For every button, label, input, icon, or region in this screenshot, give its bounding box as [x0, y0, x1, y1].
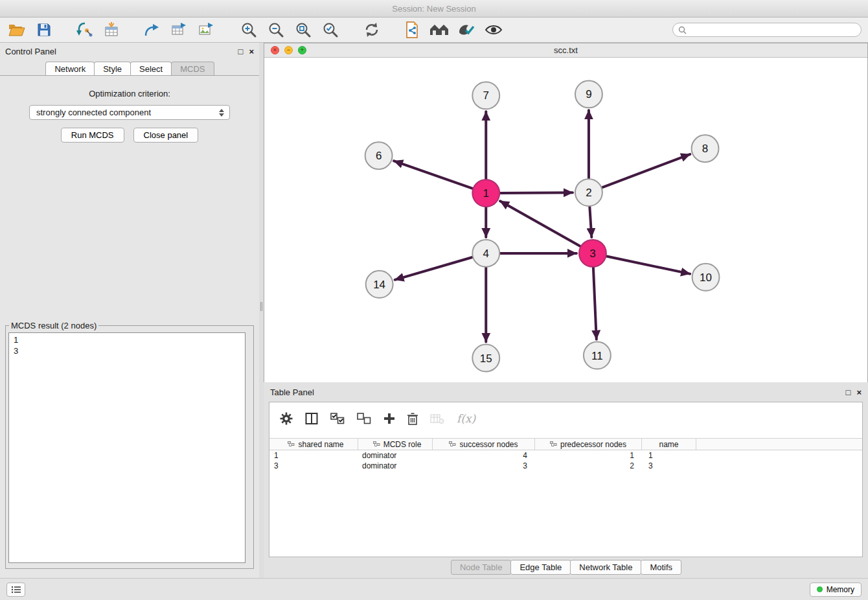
network-graph[interactable]: 7968124310141511 — [264, 58, 867, 382]
edge-3-11[interactable] — [593, 268, 597, 340]
node-10[interactable]: 10 — [692, 264, 720, 291]
traffic-minimize-button[interactable]: − — [284, 46, 293, 54]
network-overview-button[interactable] — [428, 20, 451, 40]
table-options-button[interactable] — [280, 412, 293, 425]
float-panel-icon[interactable]: □ — [238, 47, 244, 56]
edge-4-14[interactable] — [395, 257, 473, 280]
apply-style-button[interactable] — [455, 20, 478, 40]
unselect-all-columns-button[interactable] — [357, 413, 371, 424]
export-image-button[interactable] — [194, 20, 218, 40]
export-table-button[interactable] — [167, 20, 190, 40]
refresh-layout-button[interactable] — [360, 20, 383, 40]
close-table-panel-icon[interactable]: × — [856, 388, 862, 397]
table-header-row: shared name MCDS role — [269, 438, 862, 450]
edge-1-6[interactable] — [394, 161, 472, 188]
tab-network[interactable]: Network — [45, 62, 95, 75]
node-15[interactable]: 15 — [472, 345, 499, 372]
zoom-in-button[interactable] — [237, 20, 260, 40]
traffic-close-button[interactable]: × — [271, 46, 279, 54]
table-panel-title: Table Panel — [270, 387, 314, 397]
column-header-mcds-role[interactable]: MCDS role — [358, 439, 433, 450]
column-header-predecessor-nodes[interactable]: predecessor nodes — [535, 439, 642, 450]
dropdown-stepper-icon — [217, 109, 226, 117]
delete-columns-button[interactable] — [407, 413, 418, 425]
tab-select[interactable]: Select — [130, 62, 172, 75]
column-header-successor-nodes[interactable]: successor nodes — [433, 439, 535, 450]
node-2[interactable]: 2 — [575, 179, 602, 206]
float-table-panel-icon[interactable]: □ — [846, 388, 851, 397]
optimization-criterion-label: Optimization criterion: — [0, 89, 259, 98]
select-all-columns-button[interactable] — [330, 413, 345, 424]
cell-predecessor-nodes[interactable]: 2 — [535, 461, 642, 470]
zoom-out-button[interactable] — [264, 20, 288, 40]
tab-style[interactable]: Style — [94, 62, 131, 75]
node-11[interactable]: 11 — [584, 342, 611, 369]
column-label: shared name — [298, 440, 343, 449]
import-network-button[interactable] — [73, 20, 96, 40]
cell-mcds-role[interactable]: dominator — [358, 451, 433, 460]
zoom-selected-button[interactable] — [319, 20, 342, 40]
node-9[interactable]: 9 — [575, 80, 602, 108]
export-image-icon — [198, 23, 214, 37]
cell-predecessor-nodes[interactable]: 1 — [535, 451, 642, 460]
create-column-button[interactable] — [383, 413, 395, 424]
tab-edge-table[interactable]: Edge Table — [510, 560, 571, 575]
cell-shared-name[interactable]: 3 — [269, 461, 358, 470]
edge-2-8[interactable] — [602, 154, 690, 187]
tab-network-table[interactable]: Network Table — [570, 560, 641, 575]
trash-icon — [407, 413, 418, 425]
import-table-button[interactable] — [100, 20, 123, 40]
memory-button[interactable]: Memory — [810, 583, 862, 597]
column-header-shared-name[interactable]: shared name — [269, 439, 358, 450]
control-panel: Control Panel □ × Network Style Select M… — [0, 43, 259, 578]
close-panel-icon[interactable]: × — [249, 47, 254, 56]
node-14[interactable]: 14 — [366, 271, 393, 298]
zoom-fit-button[interactable] — [291, 20, 315, 40]
function-builder-button: f(x) — [457, 412, 475, 425]
edge-3-10[interactable] — [606, 256, 690, 273]
node-6[interactable]: 6 — [365, 142, 393, 169]
tab-mcds[interactable]: MCDS — [171, 62, 214, 75]
optimization-criterion-dropdown[interactable]: strongly connected component — [29, 105, 230, 120]
edge-2-3[interactable] — [589, 207, 591, 237]
panel-divider[interactable] — [259, 43, 264, 578]
export-document-button[interactable] — [400, 20, 424, 40]
column-header-name[interactable]: name — [642, 439, 696, 450]
mcds-result-group: MCDS result (2 nodes) 1 3 — [5, 321, 254, 569]
window-titlebar: Session: New Session — [0, 0, 868, 17]
close-panel-button[interactable]: Close panel — [133, 128, 199, 143]
search-input[interactable] — [690, 25, 856, 34]
tab-node-table[interactable]: Node Table — [451, 560, 512, 575]
save-session-button[interactable] — [32, 20, 56, 40]
cell-name[interactable]: 3 — [642, 461, 696, 470]
cell-successor-nodes[interactable]: 3 — [433, 461, 535, 470]
cell-mcds-role[interactable]: dominator — [358, 461, 433, 470]
cell-shared-name[interactable]: 1 — [269, 451, 358, 460]
cell-name[interactable]: 1 — [642, 451, 696, 460]
table-row[interactable]: 3 dominator 3 2 3 — [269, 461, 862, 471]
node-7[interactable]: 7 — [472, 82, 499, 109]
window-title: Session: New Session — [392, 4, 475, 14]
open-folder-icon — [8, 23, 25, 37]
search-field[interactable] — [672, 23, 862, 37]
open-session-button[interactable] — [5, 20, 29, 40]
edge-1-2[interactable] — [500, 192, 573, 193]
task-history-button[interactable] — [6, 583, 25, 597]
network-window-title: scc.txt — [264, 45, 867, 55]
show-hide-button[interactable] — [482, 20, 505, 40]
show-columns-button[interactable] — [305, 412, 318, 425]
export-network-button[interactable] — [140, 20, 163, 40]
node-4[interactable]: 4 — [472, 240, 499, 267]
node-3[interactable]: 3 — [579, 240, 606, 267]
node-8[interactable]: 8 — [692, 135, 719, 162]
table-row[interactable]: 1 dominator 4 1 1 — [269, 450, 862, 461]
network-canvas[interactable]: 7968124310141511 — [264, 58, 867, 382]
edge-3-1[interactable] — [500, 201, 580, 246]
tab-motifs[interactable]: Motifs — [641, 560, 681, 575]
cell-successor-nodes[interactable]: 4 — [433, 451, 535, 460]
traffic-maximize-button[interactable]: + — [298, 46, 306, 54]
delete-table-icon — [430, 413, 444, 424]
node-1[interactable]: 1 — [472, 179, 499, 207]
main-toolbar — [0, 17, 868, 43]
run-mcds-button[interactable]: Run MCDS — [61, 128, 124, 143]
